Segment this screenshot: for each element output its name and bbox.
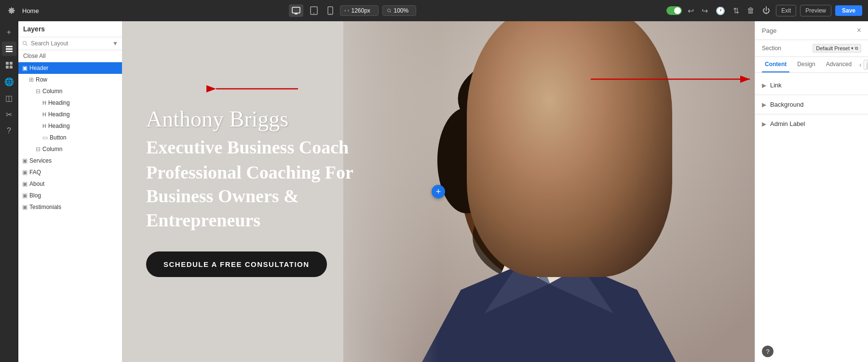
power-icon[interactable]: ⏻ — [760, 4, 772, 17]
hero-name: Anthony Briggs — [146, 106, 414, 132]
admin-label-row-label: Admin Label — [770, 120, 805, 127]
layers-icon[interactable] — [2, 42, 16, 56]
heading3-layer-icon: H — [42, 123, 46, 129]
layers-panel: Layers ▼ Close All ▣ Header ⊞ Row ⊟ Colu… — [18, 21, 122, 362]
layer-label-services: Services — [29, 157, 52, 164]
blog-layer-icon: ▣ — [22, 192, 27, 199]
left-arrow-indicator — [211, 82, 308, 96]
section-label: Section — [762, 45, 781, 52]
undo-icon[interactable]: ↩ — [686, 4, 696, 17]
history-icon[interactable]: 🕐 — [714, 4, 727, 17]
layer-label-header: Header — [29, 65, 48, 71]
background-expand-icon: ▶ — [762, 101, 766, 108]
layer-item-button[interactable]: ▭ Button — [18, 132, 122, 143]
svg-rect-0 — [292, 7, 300, 13]
exit-button[interactable]: Exit — [776, 5, 796, 16]
chevron-down-icon: ▾ — [851, 46, 854, 51]
settings-icon[interactable] — [6, 5, 17, 16]
add-element-button[interactable]: + — [432, 185, 445, 198]
responsive-icon[interactable]: ⇅ — [731, 4, 741, 17]
layer-item-heading2[interactable]: H Heading — [18, 109, 122, 120]
template-icon[interactable]: ◫ — [2, 91, 16, 105]
svg-rect-9 — [6, 62, 9, 65]
layer-item-blog[interactable]: ▣ Blog — [18, 190, 122, 201]
layer-label-about: About — [29, 181, 44, 187]
hero-cta-button[interactable]: Schedule a Free Consultation — [146, 251, 327, 277]
desktop-device-btn[interactable] — [289, 4, 303, 17]
close-all-button[interactable]: Close All — [18, 50, 122, 62]
add-icon[interactable]: + — [2, 25, 16, 40]
row-layer-icon: ⊞ — [29, 76, 34, 83]
svg-point-25 — [563, 162, 575, 173]
faq-layer-icon: ▣ — [22, 169, 27, 176]
layer-item-about[interactable]: ▣ About — [18, 178, 122, 190]
svg-point-22 — [507, 157, 533, 176]
layer-item-header[interactable]: ▣ Header — [18, 62, 122, 74]
right-panel-background-row[interactable]: ▶ Background — [755, 97, 868, 112]
layer-item-faq[interactable]: ▣ FAQ — [18, 167, 122, 178]
services-layer-icon: ▣ — [22, 157, 27, 164]
right-panel-close-button[interactable]: × — [857, 26, 861, 35]
layer-item-column1[interactable]: ⊟ Column — [18, 85, 122, 97]
canvas-content: Anthony Briggs Executive Business Coach … — [122, 21, 755, 362]
preview-button[interactable]: Preview — [800, 5, 831, 16]
search-layout-input[interactable] — [31, 40, 109, 47]
right-panel-tabs: Content Design Advanced ‹ ⬜ — [755, 57, 868, 73]
layer-label-button: Button — [50, 134, 67, 141]
width-input[interactable]: 1260px — [340, 5, 379, 16]
layers-search-row: ▼ — [18, 37, 122, 50]
layer-item-testimonials[interactable]: ▣ Testimonials — [18, 201, 122, 213]
external-link-icon: ⧉ — [855, 46, 858, 51]
svg-point-21 — [590, 108, 649, 213]
zoom-input[interactable]: 100% — [382, 5, 416, 16]
maximize-icon[interactable]: ⬜ — [864, 60, 868, 70]
global-icon[interactable]: 🌐 — [2, 74, 16, 89]
redo-icon[interactable]: ↪ — [700, 4, 710, 17]
widgets-icon[interactable] — [2, 58, 16, 72]
right-panel-section-row: Section Default Preset ▾ ⧉ — [755, 40, 868, 57]
right-panel-link-row[interactable]: ▶ Link — [755, 78, 868, 93]
canvas-area: Anthony Briggs Executive Business Coach … — [122, 21, 755, 362]
layer-item-row[interactable]: ⊞ Row — [18, 74, 122, 85]
main-area: + 🌐 ◫ ✂ ? Layers ▼ Close All ▣ Header — [0, 21, 868, 362]
divider-2 — [755, 114, 868, 114]
toggle-switch[interactable] — [666, 6, 682, 15]
layer-label-column2: Column — [42, 146, 62, 153]
tools-icon[interactable]: ✂ — [2, 107, 16, 122]
layers-panel-header: Layers — [18, 21, 122, 37]
tab-content[interactable]: Content — [762, 57, 789, 72]
section-preset-value[interactable]: Default Preset ▾ ⧉ — [813, 44, 861, 53]
layer-item-heading3[interactable]: H Heading — [18, 120, 122, 132]
topbar: Home 1260px 100% ↩ ↪ 🕐 ⇅ 🗑 ⏻ Exit Previe… — [0, 0, 868, 21]
mobile-device-btn[interactable] — [325, 4, 336, 17]
layer-label-heading2: Heading — [48, 111, 70, 118]
help-icon[interactable]: ? — [2, 124, 16, 138]
layer-item-heading1[interactable]: H Heading — [18, 97, 122, 109]
link-expand-icon: ▶ — [762, 82, 766, 89]
filter-icon[interactable]: ▼ — [112, 40, 118, 47]
svg-rect-8 — [6, 51, 13, 52]
layer-label-heading1: Heading — [48, 99, 70, 106]
home-label: Home — [22, 7, 39, 14]
tab-design[interactable]: Design — [794, 57, 818, 72]
tablet-device-btn[interactable] — [307, 4, 321, 17]
layer-label-blog: Blog — [29, 192, 41, 199]
layer-item-services[interactable]: ▣ Services — [18, 155, 122, 167]
right-panel: Page × Section Default Preset ▾ ⧉ Conten… — [755, 21, 868, 362]
svg-rect-6 — [6, 46, 13, 47]
topbar-right: ↩ ↪ 🕐 ⇅ 🗑 ⏻ Exit Preview Save — [666, 4, 862, 17]
trash-icon[interactable]: 🗑 — [745, 4, 757, 17]
chevron-icon[interactable]: ‹ — [859, 61, 862, 69]
right-panel-admin-label-row[interactable]: ▶ Admin Label — [755, 116, 868, 131]
right-panel-title: Page — [762, 27, 776, 34]
svg-rect-7 — [6, 48, 13, 50]
help-button[interactable]: ? — [762, 346, 773, 357]
svg-point-26 — [519, 165, 525, 170]
tab-advanced[interactable]: Advanced — [823, 57, 854, 72]
section-preset-text: Default Preset — [816, 45, 850, 51]
heading2-layer-icon: H — [42, 111, 46, 117]
save-button[interactable]: Save — [835, 5, 862, 16]
layer-item-column2[interactable]: ⊟ Column — [18, 143, 122, 155]
divider-1 — [755, 95, 868, 95]
right-arrow-indicator — [586, 72, 755, 86]
